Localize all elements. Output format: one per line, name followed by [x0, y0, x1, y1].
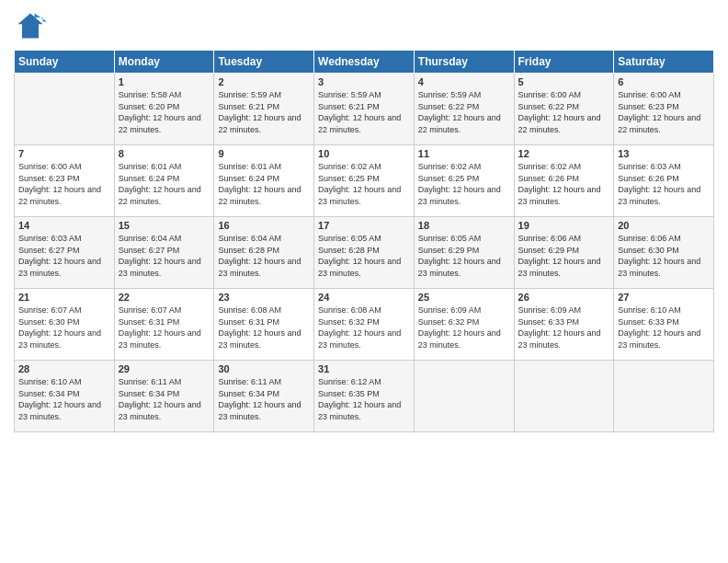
calendar-cell: 5Sunrise: 6:00 AMSunset: 6:22 PMDaylight…: [514, 74, 614, 145]
calendar-week-row: 28Sunrise: 6:10 AMSunset: 6:34 PMDayligh…: [15, 361, 714, 432]
day-number: 10: [318, 148, 410, 159]
day-number: 15: [119, 220, 210, 231]
day-info: Sunrise: 6:03 AMSunset: 6:26 PMDaylight:…: [618, 161, 710, 207]
day-number: 27: [618, 292, 710, 303]
day-number: 30: [218, 363, 310, 374]
calendar-cell: 19Sunrise: 6:06 AMSunset: 6:29 PMDayligh…: [514, 217, 614, 289]
calendar-cell: 28Sunrise: 6:10 AMSunset: 6:34 PMDayligh…: [15, 361, 115, 432]
calendar-cell: 17Sunrise: 6:05 AMSunset: 6:28 PMDayligh…: [314, 217, 415, 289]
calendar-cell: 7Sunrise: 6:00 AMSunset: 6:23 PMDaylight…: [15, 145, 115, 217]
calendar-cell: 13Sunrise: 6:03 AMSunset: 6:26 PMDayligh…: [614, 145, 714, 217]
day-info: Sunrise: 6:11 AMSunset: 6:34 PMDaylight:…: [119, 376, 210, 422]
day-info: Sunrise: 6:09 AMSunset: 6:33 PMDaylight:…: [518, 304, 610, 350]
header-sunday: Sunday: [15, 51, 115, 74]
calendar-cell: 20Sunrise: 6:06 AMSunset: 6:30 PMDayligh…: [614, 217, 714, 289]
day-number: 23: [218, 292, 310, 303]
day-number: 13: [618, 148, 710, 159]
day-info: Sunrise: 6:07 AMSunset: 6:31 PMDaylight:…: [119, 304, 210, 350]
day-info: Sunrise: 6:00 AMSunset: 6:23 PMDaylight:…: [18, 161, 110, 207]
calendar-cell: 16Sunrise: 6:04 AMSunset: 6:28 PMDayligh…: [214, 217, 314, 289]
day-info: Sunrise: 6:10 AMSunset: 6:34 PMDaylight:…: [18, 376, 110, 422]
calendar-cell: 9Sunrise: 6:01 AMSunset: 6:24 PMDaylight…: [214, 145, 314, 217]
day-info: Sunrise: 6:07 AMSunset: 6:30 PMDaylight:…: [18, 304, 110, 350]
day-number: 8: [119, 148, 210, 159]
day-number: 4: [418, 76, 510, 87]
day-info: Sunrise: 6:11 AMSunset: 6:34 PMDaylight:…: [218, 376, 310, 422]
day-info: Sunrise: 6:00 AMSunset: 6:23 PMDaylight:…: [618, 89, 710, 135]
calendar-cell: 3Sunrise: 5:59 AMSunset: 6:21 PMDaylight…: [314, 74, 415, 145]
calendar-cell: 31Sunrise: 6:12 AMSunset: 6:35 PMDayligh…: [314, 361, 415, 432]
day-number: 22: [119, 292, 210, 303]
day-number: 20: [618, 220, 710, 231]
calendar-cell: 6Sunrise: 6:00 AMSunset: 6:23 PMDaylight…: [614, 74, 714, 145]
calendar-table: SundayMondayTuesdayWednesdayThursdayFrid…: [14, 50, 714, 432]
day-number: 3: [318, 76, 410, 87]
day-info: Sunrise: 6:05 AMSunset: 6:29 PMDaylight:…: [418, 233, 510, 279]
day-number: 29: [119, 363, 210, 374]
day-number: 19: [518, 220, 610, 231]
day-info: Sunrise: 6:08 AMSunset: 6:32 PMDaylight:…: [318, 304, 410, 350]
day-number: 25: [418, 292, 510, 303]
calendar-cell: 24Sunrise: 6:08 AMSunset: 6:32 PMDayligh…: [314, 289, 415, 361]
day-info: Sunrise: 6:04 AMSunset: 6:27 PMDaylight:…: [119, 233, 210, 279]
header-saturday: Saturday: [614, 51, 714, 74]
day-number: 6: [618, 76, 710, 87]
calendar-cell: [414, 361, 514, 432]
calendar-cell: 2Sunrise: 5:59 AMSunset: 6:21 PMDaylight…: [214, 74, 314, 145]
logo-icon: [14, 9, 47, 42]
day-info: Sunrise: 5:58 AMSunset: 6:20 PMDaylight:…: [119, 89, 210, 135]
day-number: 26: [518, 292, 610, 303]
calendar-week-row: 21Sunrise: 6:07 AMSunset: 6:30 PMDayligh…: [15, 289, 714, 361]
logo: [14, 9, 51, 42]
calendar-cell: 25Sunrise: 6:09 AMSunset: 6:32 PMDayligh…: [414, 289, 514, 361]
header-wednesday: Wednesday: [314, 51, 415, 74]
day-number: 7: [18, 148, 110, 159]
header: [14, 9, 714, 42]
day-number: 9: [218, 148, 310, 159]
day-number: 16: [218, 220, 310, 231]
day-number: 17: [318, 220, 410, 231]
calendar-cell: 18Sunrise: 6:05 AMSunset: 6:29 PMDayligh…: [414, 217, 514, 289]
header-thursday: Thursday: [414, 51, 514, 74]
calendar-cell: 15Sunrise: 6:04 AMSunset: 6:27 PMDayligh…: [114, 217, 214, 289]
calendar-cell: [614, 361, 714, 432]
calendar-cell: 1Sunrise: 5:58 AMSunset: 6:20 PMDaylight…: [114, 74, 214, 145]
day-info: Sunrise: 6:01 AMSunset: 6:24 PMDaylight:…: [119, 161, 210, 207]
day-number: 5: [518, 76, 610, 87]
day-info: Sunrise: 6:10 AMSunset: 6:33 PMDaylight:…: [618, 304, 710, 350]
day-number: 14: [18, 220, 110, 231]
day-info: Sunrise: 6:06 AMSunset: 6:30 PMDaylight:…: [618, 233, 710, 279]
day-number: 1: [119, 76, 210, 87]
calendar-week-row: 14Sunrise: 6:03 AMSunset: 6:27 PMDayligh…: [15, 217, 714, 289]
day-number: 24: [318, 292, 410, 303]
day-number: 21: [18, 292, 110, 303]
day-number: 11: [418, 148, 510, 159]
day-info: Sunrise: 6:02 AMSunset: 6:26 PMDaylight:…: [518, 161, 610, 207]
day-info: Sunrise: 6:08 AMSunset: 6:31 PMDaylight:…: [218, 304, 310, 350]
calendar-cell: 30Sunrise: 6:11 AMSunset: 6:34 PMDayligh…: [214, 361, 314, 432]
calendar-cell: [15, 74, 115, 145]
day-info: Sunrise: 6:04 AMSunset: 6:28 PMDaylight:…: [218, 233, 310, 279]
day-info: Sunrise: 5:59 AMSunset: 6:21 PMDaylight:…: [218, 89, 310, 135]
calendar-cell: 26Sunrise: 6:09 AMSunset: 6:33 PMDayligh…: [514, 289, 614, 361]
calendar-cell: 21Sunrise: 6:07 AMSunset: 6:30 PMDayligh…: [15, 289, 115, 361]
day-number: 12: [518, 148, 610, 159]
day-info: Sunrise: 5:59 AMSunset: 6:21 PMDaylight:…: [318, 89, 410, 135]
day-info: Sunrise: 6:02 AMSunset: 6:25 PMDaylight:…: [318, 161, 410, 207]
calendar-cell: 4Sunrise: 5:59 AMSunset: 6:22 PMDaylight…: [414, 74, 514, 145]
day-number: 31: [318, 363, 410, 374]
header-tuesday: Tuesday: [214, 51, 314, 74]
calendar-cell: 23Sunrise: 6:08 AMSunset: 6:31 PMDayligh…: [214, 289, 314, 361]
calendar-week-row: 7Sunrise: 6:00 AMSunset: 6:23 PMDaylight…: [15, 145, 714, 217]
calendar-cell: 27Sunrise: 6:10 AMSunset: 6:33 PMDayligh…: [614, 289, 714, 361]
calendar-cell: 8Sunrise: 6:01 AMSunset: 6:24 PMDaylight…: [114, 145, 214, 217]
day-number: 18: [418, 220, 510, 231]
calendar-cell: 14Sunrise: 6:03 AMSunset: 6:27 PMDayligh…: [15, 217, 115, 289]
calendar-cell: [514, 361, 614, 432]
header-friday: Friday: [514, 51, 614, 74]
calendar-week-row: 1Sunrise: 5:58 AMSunset: 6:20 PMDaylight…: [15, 74, 714, 145]
day-info: Sunrise: 6:05 AMSunset: 6:28 PMDaylight:…: [318, 233, 410, 279]
day-info: Sunrise: 6:06 AMSunset: 6:29 PMDaylight:…: [518, 233, 610, 279]
calendar-cell: 22Sunrise: 6:07 AMSunset: 6:31 PMDayligh…: [114, 289, 214, 361]
day-info: Sunrise: 6:03 AMSunset: 6:27 PMDaylight:…: [18, 233, 110, 279]
